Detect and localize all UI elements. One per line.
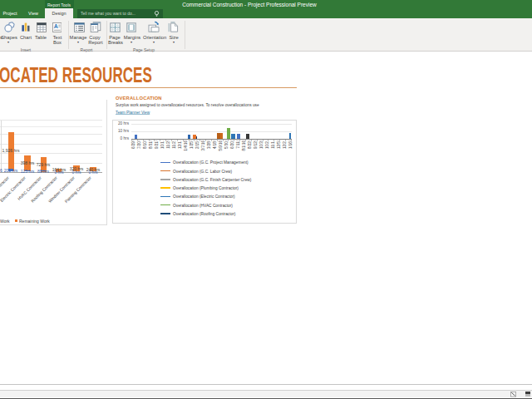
svg-text:A: A — [53, 23, 57, 29]
